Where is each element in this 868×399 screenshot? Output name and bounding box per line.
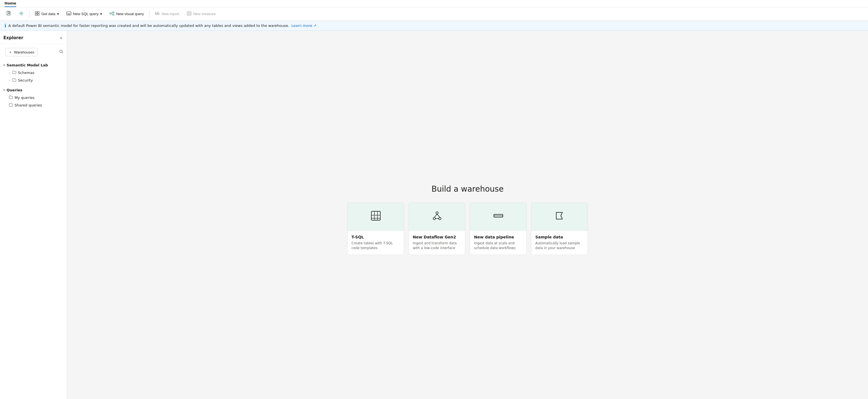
add-warehouses-label: Warehouses [14, 50, 34, 54]
sidebar-item-schemas[interactable]: › Schemas [0, 69, 67, 77]
schemas-folder-icon [12, 70, 16, 75]
sample-data-icon [554, 210, 565, 224]
queries-chevron-icon: ▾ [3, 88, 5, 92]
svg-line-25 [62, 52, 63, 54]
search-button[interactable] [58, 48, 65, 56]
svg-point-3 [21, 13, 22, 14]
sidebar-item-my-queries[interactable]: My queries [0, 94, 67, 102]
cards-row: T-SQL Create tables with T-SQL code temp… [347, 203, 588, 255]
external-link-icon: ↗ [313, 24, 316, 28]
svg-point-12 [113, 14, 114, 16]
sample-data-card[interactable]: Sample data Automatically load sample da… [531, 203, 588, 255]
queries-label: Queries [7, 88, 23, 92]
svg-point-11 [113, 12, 114, 13]
sidebar: Explorer « ＋ Warehouses [0, 31, 67, 399]
svg-rect-6 [35, 14, 37, 16]
sidebar-header-icons: « [59, 34, 64, 41]
info-message: A default Power BI semantic model for fa… [8, 24, 289, 28]
pipeline-card-content: New data pipeline Ingest data at scale a… [470, 231, 526, 255]
tsql-card-title: T-SQL [351, 235, 400, 239]
svg-rect-4 [35, 11, 37, 13]
svg-rect-15 [155, 12, 156, 15]
my-queries-label: My queries [14, 95, 34, 100]
divider-1 [29, 11, 29, 18]
build-warehouse-container: Build a warehouse [342, 173, 593, 266]
add-icon: ＋ [9, 50, 12, 55]
svg-rect-5 [37, 11, 39, 13]
sidebar-title: Explorer [3, 35, 23, 40]
new-measure-label: New measure [193, 12, 216, 16]
svg-rect-18 [159, 13, 159, 15]
new-measure-button[interactable]: New measure [184, 9, 219, 19]
settings-button[interactable] [16, 9, 27, 19]
settings-icon [19, 11, 24, 17]
sample-data-card-desc: Automatically load sample data in your w… [535, 241, 584, 251]
svg-point-24 [60, 50, 62, 53]
svg-rect-26 [371, 211, 380, 220]
tsql-card-icon-area [347, 203, 404, 231]
learn-more-link[interactable]: Learn more ↗ [291, 24, 316, 28]
dataflow-card[interactable]: New Dataflow Gen2 Ingest and transform d… [408, 203, 465, 255]
get-data-icon [35, 11, 40, 17]
security-expand-icon: › [9, 79, 10, 82]
search-icon [59, 49, 64, 55]
svg-rect-17 [158, 11, 158, 15]
info-icon: ℹ [4, 23, 6, 28]
schemas-label: Schemas [18, 70, 34, 75]
sidebar-item-shared-queries[interactable]: Shared queries [0, 102, 67, 109]
new-visual-query-button[interactable]: New visual query [106, 9, 147, 19]
build-warehouse-title: Build a warehouse [347, 184, 588, 194]
pipeline-card-title: New data pipeline [474, 235, 522, 239]
svg-point-33 [439, 218, 441, 220]
new-visual-query-label: New visual query [116, 12, 144, 16]
svg-rect-19 [187, 11, 191, 16]
tsql-icon [370, 210, 381, 224]
semantic-model-group-header[interactable]: ▾ Semantic Model Lab [0, 61, 67, 69]
pipeline-card[interactable]: New data pipeline Ingest data at scale a… [470, 203, 527, 255]
schemas-expand-icon: › [9, 71, 10, 74]
pipeline-card-icon-area [470, 203, 526, 231]
sample-data-card-title: Sample data [535, 235, 584, 239]
page-title: Home [4, 1, 16, 7]
collapse-icon: « [60, 35, 62, 40]
new-report-button[interactable]: New report [152, 9, 182, 19]
svg-rect-16 [156, 12, 157, 15]
new-measure-icon [187, 11, 192, 17]
page-title-bar: Home [0, 0, 868, 7]
dataflow-card-title: New Dataflow Gen2 [413, 235, 461, 239]
get-data-chevron-icon: ▾ [57, 12, 59, 16]
tsql-card[interactable]: T-SQL Create tables with T-SQL code temp… [347, 203, 404, 255]
warehouses-bar: ＋ Warehouses [0, 44, 67, 60]
collapse-sidebar-button[interactable]: « [59, 34, 64, 41]
add-warehouses-button[interactable]: ＋ Warehouses [6, 48, 37, 56]
get-data-button[interactable]: Get data ▾ [32, 9, 62, 19]
dataflow-card-icon-area [409, 203, 465, 231]
new-sql-query-icon: SQL [66, 11, 71, 17]
security-label: Security [18, 78, 33, 82]
semantic-model-label: Semantic Model Lab [7, 63, 48, 67]
svg-line-14 [112, 14, 113, 14]
new-sql-query-chevron-icon: ▾ [100, 12, 102, 16]
security-folder-icon [12, 78, 16, 83]
dataflow-card-content: New Dataflow Gen2 Ingest and transform d… [409, 231, 465, 255]
new-file-icon [6, 11, 11, 17]
pipeline-icon [493, 210, 504, 224]
shared-queries-label: Shared queries [14, 103, 42, 107]
svg-point-10 [110, 13, 112, 14]
new-sql-query-button[interactable]: SQL New SQL query ▾ [63, 9, 105, 19]
tsql-card-desc: Create tables with T-SQL code templates [351, 241, 400, 251]
new-sql-query-label: New SQL query [73, 12, 98, 16]
dataflow-icon [432, 210, 443, 224]
new-file-button[interactable] [3, 9, 14, 19]
tsql-card-content: T-SQL Create tables with T-SQL code temp… [347, 231, 404, 255]
svg-point-31 [436, 212, 438, 214]
queries-section: ▾ Queries My queries Shared queries [0, 85, 67, 110]
queries-group-header[interactable]: ▾ Queries [0, 86, 67, 94]
sidebar-header: Explorer « [0, 31, 67, 44]
sidebar-item-security[interactable]: › Security [0, 77, 67, 84]
new-report-label: New report [161, 12, 179, 16]
pipeline-card-desc: Ingest data at scale and schedule data w… [474, 241, 522, 251]
svg-text:SQL: SQL [67, 13, 70, 15]
get-data-label: Get data [41, 12, 55, 16]
shared-queries-folder-icon [9, 103, 13, 108]
